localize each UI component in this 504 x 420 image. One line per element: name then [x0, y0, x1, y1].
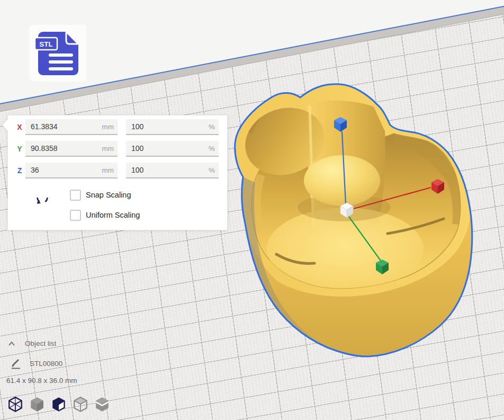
scale-y-percent-input[interactable]: [126, 141, 219, 157]
xray-cube-icon: [51, 396, 67, 413]
edit-pencil-icon: [11, 358, 21, 369]
scale-z-percent-input[interactable]: [126, 163, 219, 178]
object-list-title: Object list: [25, 339, 56, 347]
outline-cube-icon: [73, 396, 88, 413]
scale-row-z: Z mm %: [8, 163, 227, 178]
panel-pointer-arrow: [2, 119, 8, 131]
reset-scale-button[interactable]: [34, 198, 50, 213]
scale-row-y: Y mm %: [8, 141, 227, 157]
axis-z-label: Z: [15, 166, 24, 175]
view-layers-button[interactable]: [94, 396, 110, 413]
view-xray-button[interactable]: [51, 396, 67, 413]
stl-badge-label: STL: [39, 40, 53, 48]
scale-tool-panel: X mm % Y mm % Z mm: [7, 115, 228, 230]
object-list-header[interactable]: Object list: [7, 339, 56, 347]
axis-x-label: X: [15, 123, 24, 131]
collapse-chevron-icon[interactable]: [7, 341, 16, 346]
viewport-3d[interactable]: STL X mm % Y mm: [0, 0, 504, 420]
view-mode-toolbar: [7, 396, 110, 413]
object-item-name: STL00800: [30, 360, 62, 368]
view-wireframe-button[interactable]: [7, 396, 23, 413]
object-dimensions: 61.4 x 90.8 x 36.0 mm: [6, 377, 77, 385]
solid-cube-icon: [29, 396, 45, 413]
stl-file-badge: STL: [29, 25, 86, 81]
stl-file-icon: STL: [31, 27, 84, 79]
snap-scaling-label: Snap Scaling: [86, 191, 131, 199]
snap-scaling-checkbox[interactable]: [70, 190, 81, 201]
scale-row-x: X mm %: [8, 119, 227, 135]
reset-rotate-icon: [35, 198, 50, 212]
uniform-scaling-option: Uniform Scaling: [70, 210, 140, 220]
uniform-scaling-checkbox[interactable]: [70, 210, 81, 221]
wireframe-cube-icon: [7, 396, 23, 413]
model-stl00800[interactable]: [235, 84, 472, 356]
scale-z-mm-input[interactable]: [25, 163, 118, 178]
scale-x-mm-input[interactable]: [25, 119, 118, 135]
snap-scaling-option: Snap Scaling: [70, 190, 131, 200]
uniform-scaling-label: Uniform Scaling: [86, 211, 140, 219]
view-outline-button[interactable]: [73, 396, 88, 413]
axis-y-label: Y: [15, 145, 24, 153]
object-list-item[interactable]: STL00800: [11, 358, 62, 369]
scale-x-percent-input[interactable]: [126, 119, 219, 135]
scale-y-mm-input[interactable]: [25, 141, 118, 157]
layers-cube-icon: [94, 396, 110, 413]
view-solid-button[interactable]: [29, 396, 45, 413]
